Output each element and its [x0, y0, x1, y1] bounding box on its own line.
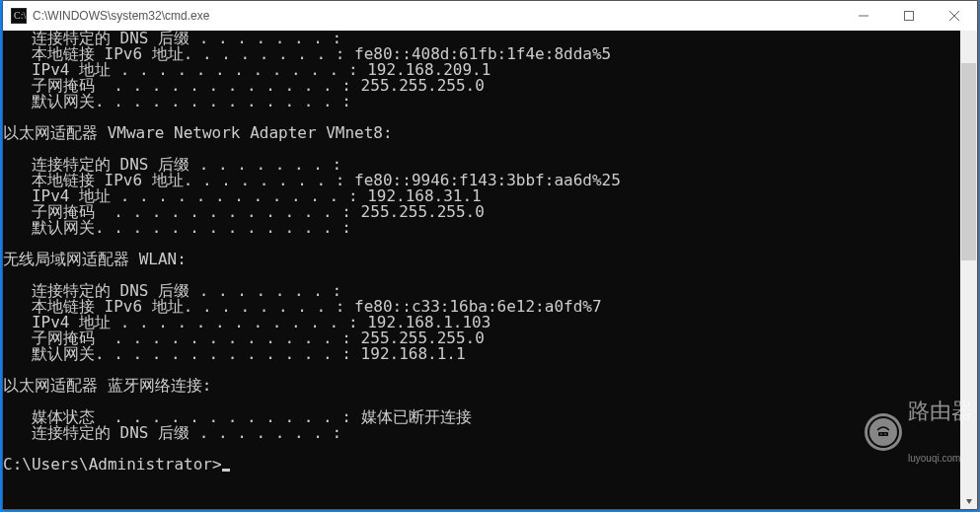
- titlebar[interactable]: C:\ C:\WINDOWS\system32\cmd.exe: [3, 1, 977, 31]
- text-cursor: [222, 469, 230, 472]
- cmd-window: C:\ C:\WINDOWS\system32\cmd.exe 连接特定的 DN…: [2, 0, 978, 510]
- scroll-down-arrow-icon[interactable]: [960, 492, 977, 509]
- scroll-thumb[interactable]: [961, 63, 976, 260]
- window-title: C:\WINDOWS\system32\cmd.exe: [33, 9, 209, 23]
- console-output: 连接特定的 DNS 后缀 . . . . . . . : 本地链接 IPv6 地…: [3, 31, 959, 509]
- console-area[interactable]: 连接特定的 DNS 后缀 . . . . . . . : 本地链接 IPv6 地…: [3, 31, 977, 509]
- svg-text:C:\: C:\: [14, 10, 26, 21]
- minimize-button[interactable]: [841, 1, 886, 31]
- svg-rect-4: [905, 12, 914, 21]
- scroll-track[interactable]: [960, 47, 977, 492]
- maximize-button[interactable]: [886, 1, 932, 31]
- cmd-app-icon: C:\: [11, 8, 27, 24]
- close-button[interactable]: [932, 1, 977, 31]
- vertical-scrollbar[interactable]: [960, 31, 977, 509]
